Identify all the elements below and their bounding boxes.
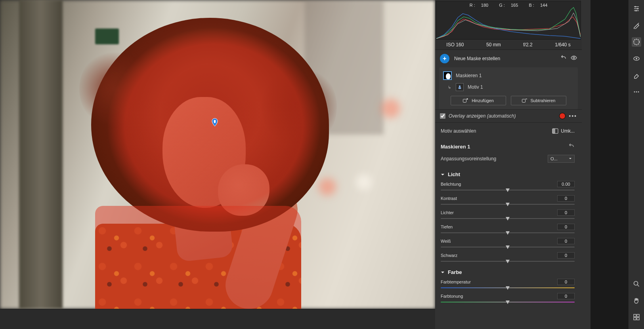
svg-rect-1 — [214, 122, 216, 123]
overlay-more-icon[interactable]: ••• — [569, 113, 577, 119]
create-mask-button[interactable]: + — [440, 54, 449, 63]
sub-arrow-icon: ↳ — [448, 85, 451, 89]
mask-panel-title: Maskieren 1 — [441, 144, 568, 150]
subject-icon — [456, 83, 464, 91]
filmstrip-area — [0, 309, 435, 329]
slider-tint[interactable]: Farbtonung0 — [435, 292, 580, 306]
svg-point-16 — [638, 91, 639, 93]
slider-highlights[interactable]: Lichter0 — [435, 208, 580, 223]
svg-point-13 — [636, 58, 637, 59]
exif-focal: 50 mm — [486, 42, 501, 48]
svg-point-2 — [573, 57, 575, 59]
overlay-color-swatch[interactable] — [559, 113, 566, 119]
canvas-area[interactable] — [0, 0, 435, 309]
slider-whites[interactable]: Weiß0 — [435, 237, 580, 251]
select-subject-label: Motiv auswählen — [441, 128, 549, 134]
grid-icon[interactable] — [632, 312, 641, 322]
create-mask-label: Neue Maske erstellen — [454, 56, 556, 61]
hand-icon[interactable] — [632, 296, 641, 305]
exif-shutter: 1/640 s — [555, 42, 570, 48]
svg-point-14 — [634, 91, 635, 93]
heal-brush-icon[interactable] — [632, 21, 641, 30]
svg-rect-6 — [522, 99, 525, 103]
exif-iso: ISO 160 — [446, 42, 464, 48]
slider-shadows[interactable]: Tiefen0 — [435, 223, 580, 237]
svg-point-9 — [637, 8, 638, 10]
histogram[interactable]: R : 180 G : 165 B : 144 — [436, 1, 581, 40]
eraser-icon[interactable] — [632, 70, 641, 80]
redeye-icon[interactable] — [632, 54, 641, 63]
tool-rail — [628, 0, 644, 329]
svg-rect-4 — [459, 87, 461, 89]
undo-icon[interactable] — [560, 55, 567, 63]
mask-component-item[interactable]: ↳ Motiv 1 — [442, 82, 575, 93]
slider-exposure[interactable]: Belichtung0.00 — [435, 180, 580, 194]
subtract-from-mask-button[interactable]: Subtrahieren — [511, 96, 566, 105]
exif-aperture: f/2.2 — [523, 42, 532, 48]
svg-point-17 — [634, 281, 638, 285]
reset-panel-icon[interactable] — [568, 143, 575, 150]
overlay-label: Overlay anzeigen (automatisch) — [449, 113, 556, 119]
mask-list: Maskieren 1 ↳ Motiv 1 Hinzufügen Subtrah… — [439, 67, 578, 109]
overlay-checkbox[interactable] — [440, 113, 445, 119]
more-tools-icon[interactable] — [632, 87, 641, 97]
masking-icon[interactable] — [632, 37, 641, 47]
exif-row: ISO 160 50 mm f/2.2 1/640 s — [435, 40, 582, 50]
mask-item-label: Maskieren 1 — [456, 73, 482, 78]
mask-item[interactable]: Maskieren 1 — [442, 70, 575, 82]
mask-pin-icon[interactable] — [211, 118, 218, 127]
invert-mask-button[interactable]: Umk... — [552, 128, 575, 134]
zoom-icon[interactable] — [632, 279, 641, 289]
svg-rect-21 — [637, 318, 639, 320]
photo-preview — [0, 0, 435, 309]
slider-temperature[interactable]: Farbtemperatur0 — [435, 278, 580, 292]
slider-blacks[interactable]: Schwarz0 — [435, 251, 580, 265]
svg-point-3 — [459, 86, 461, 87]
add-to-mask-button[interactable]: Hinzufügen — [451, 96, 506, 105]
svg-rect-18 — [634, 314, 636, 317]
mask-thumbnail-icon — [443, 71, 452, 80]
svg-point-15 — [636, 91, 637, 93]
svg-rect-20 — [634, 318, 636, 320]
svg-point-10 — [635, 10, 637, 11]
svg-point-11 — [634, 39, 639, 45]
rgb-readout: R : 180 G : 165 B : 144 — [436, 3, 581, 8]
preset-label: Anpassungsvoreinstellung — [441, 156, 548, 162]
sliders-icon[interactable] — [632, 4, 641, 13]
slider-contrast[interactable]: Kontrast0 — [435, 194, 580, 208]
eye-icon[interactable] — [571, 55, 577, 63]
svg-rect-5 — [463, 99, 466, 103]
mask-component-label: Motiv 1 — [468, 84, 483, 90]
preset-dropdown[interactable]: O... — [548, 155, 575, 163]
svg-point-8 — [634, 6, 636, 8]
section-toggle-color[interactable]: Farbe — [435, 265, 580, 278]
section-toggle-light[interactable]: Licht — [435, 167, 580, 180]
svg-rect-19 — [637, 314, 639, 317]
